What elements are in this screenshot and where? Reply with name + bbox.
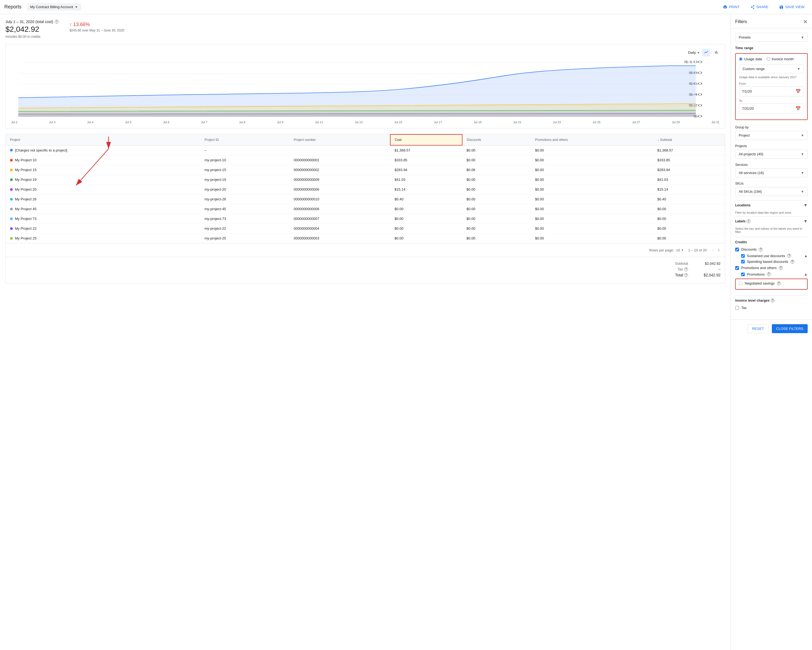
spending-based-help-icon[interactable]: ?	[791, 260, 794, 264]
cost-cell: $1,368.57	[390, 145, 462, 155]
table-row: My Project 20 my-project-20 000000000000…	[6, 185, 725, 194]
filters-body: Presets ▼ Time range Usage date I	[731, 29, 812, 320]
summary-help-icon[interactable]: ?	[55, 20, 59, 24]
sustained-use-help-icon[interactable]: ?	[787, 254, 791, 258]
locations-title: Locations	[735, 203, 751, 207]
line-chart-icon	[704, 50, 708, 55]
col-promotions[interactable]: Promotions and others	[531, 135, 653, 145]
projects-dropdown[interactable]: All projects (40) ▼	[735, 150, 807, 159]
col-project-id[interactable]: Project ID	[200, 135, 289, 145]
close-filters-button[interactable]: CLOSE FILTERS	[772, 324, 807, 333]
discounts-cell: $0.00	[462, 234, 531, 243]
cost-cell: $283.94	[390, 165, 462, 175]
chart-section: Daily ▼ $100 $80 $60 $40 $20	[5, 44, 725, 128]
tax-help-icon[interactable]: ?	[684, 268, 688, 271]
promotions-cell: $0.00	[531, 155, 653, 165]
table-row: My Project 15 my-project-15 000000000000…	[6, 165, 725, 175]
bar-chart-button[interactable]	[713, 49, 720, 57]
discounts-cell: $0.00	[462, 204, 531, 214]
chevron-down-icon: ▼	[801, 190, 804, 194]
range-dropdown[interactable]: Custom range ▼	[739, 64, 804, 73]
line-chart-button[interactable]	[702, 49, 710, 57]
summary-credits: includes $0.00 in credits	[5, 35, 59, 38]
summary-amount: $2,042.92	[5, 25, 59, 34]
project-number-cell: 0000000000003	[289, 234, 390, 243]
next-page-button[interactable]: ›	[717, 246, 720, 254]
usage-date-radio[interactable]	[739, 57, 743, 61]
labels-collapsible[interactable]: Labels ? ▼	[735, 216, 807, 226]
chevron-down-icon: ▼	[801, 134, 804, 138]
save-view-button[interactable]: SAVE VIEW	[776, 3, 807, 11]
rows-per-page-selector[interactable]: 10 ▼	[676, 248, 684, 252]
presets-section: Presets ▼	[735, 33, 807, 42]
promotions-cell: $0.00	[531, 224, 653, 234]
cost-cell: $15.14	[390, 185, 462, 194]
share-button[interactable]: SHARE	[747, 3, 772, 11]
col-subtotal[interactable]: ↓ Subtotal	[653, 135, 725, 145]
cost-cell: $0.00	[390, 234, 462, 243]
group-by-value: Project	[739, 133, 749, 138]
promotions-others-label: Promotions and others	[741, 266, 777, 270]
reset-button[interactable]: RESET	[747, 324, 768, 333]
subtotal-cell: $0.00	[653, 214, 725, 224]
skus-dropdown[interactable]: All SKUs (194) ▼	[735, 187, 807, 196]
to-input[interactable]: 7/31/20 📅	[739, 104, 804, 113]
projects-value: All projects (40)	[739, 152, 763, 156]
col-project[interactable]: Project	[6, 135, 200, 145]
presets-dropdown[interactable]: Presets ▼	[735, 33, 807, 42]
main-content: July 1 – 31, 2020 (total cost) ? $2,042.…	[0, 14, 731, 650]
summary-change-desc: $245.60 over May 31 – June 30, 2020	[69, 29, 124, 32]
group-by-dropdown[interactable]: Project ▼	[735, 131, 807, 140]
presets-label: Presets	[739, 35, 751, 39]
promotions-cell: $0.00	[531, 175, 653, 185]
invoice-month-radio[interactable]	[767, 57, 770, 61]
invoice-charges-help-icon[interactable]: ?	[771, 299, 775, 303]
project-number-cell: 0000000000001	[289, 155, 390, 165]
promotions-others-checkbox[interactable]	[735, 266, 739, 270]
promotions-others-help-icon[interactable]: ?	[779, 266, 783, 270]
chart-view-dropdown[interactable]: Daily ▼	[688, 50, 700, 55]
col-discounts[interactable]: Discounts	[462, 135, 531, 145]
discounts-checkbox[interactable]	[735, 248, 739, 251]
col-cost[interactable]: Cost	[390, 135, 462, 145]
sustained-use-checkbox[interactable]	[741, 254, 745, 258]
discounts-help-icon[interactable]: ?	[759, 248, 763, 251]
labels-help-icon[interactable]: ?	[746, 219, 750, 223]
account-selector[interactable]: My Contract Billing Account ▼	[27, 3, 81, 11]
negotiated-savings-checkbox[interactable]	[739, 281, 743, 285]
invoice-month-radio-label[interactable]: Invoice month	[767, 57, 794, 61]
discounts-sub: Sustained use discounts ? ▲ Spending bas…	[741, 254, 807, 264]
project-number-cell	[289, 145, 390, 155]
chart-x-labels: Jul 2Jul 3Jul 4Jul 5Jul 6Jul 7Jul 8Jul 9…	[10, 121, 720, 124]
promotions-label: Promotions	[747, 272, 765, 277]
chevron-down-icon: ▼	[803, 203, 807, 208]
range-hint: Usage data is available since January 20…	[739, 75, 804, 79]
total-help-icon[interactable]: ?	[684, 273, 688, 277]
subtotal-value: $2,042.92	[699, 262, 720, 266]
tax-value: –	[699, 267, 720, 271]
billing-table: Project Project ID Project number Cost D…	[6, 134, 725, 243]
promotions-help-icon[interactable]: ?	[767, 272, 771, 276]
print-button[interactable]: PRINT	[720, 3, 743, 11]
promotions-checkbox[interactable]	[741, 272, 745, 276]
prev-page-button[interactable]: ‹	[711, 246, 714, 254]
spending-based-checkbox[interactable]	[741, 260, 745, 263]
promotions-sub: Promotions ? ▲	[741, 272, 807, 277]
calendar-icon: 📅	[795, 89, 801, 94]
filters-close-button[interactable]: ✕	[803, 18, 807, 25]
col-project-number[interactable]: Project number	[289, 135, 390, 145]
services-dropdown[interactable]: All services (16) ▼	[735, 168, 807, 177]
account-label: My Contract Billing Account	[30, 5, 73, 9]
data-table-section: Project Project ID Project number Cost D…	[5, 134, 725, 283]
from-input[interactable]: 7/1/20 📅	[739, 86, 804, 96]
negotiated-savings-help-icon[interactable]: ?	[777, 281, 781, 285]
sustained-use-item: Sustained use discounts ? ▲	[741, 254, 807, 258]
project-id-cell: my-project-10	[200, 155, 289, 165]
usage-date-radio-label[interactable]: Usage date	[739, 57, 762, 61]
spending-based-item: Spending based discounts ?	[741, 260, 807, 264]
discounts-label: Discounts	[741, 247, 757, 251]
locations-collapsible[interactable]: Locations ▼	[735, 200, 807, 210]
promotions-cell: $0.00	[531, 194, 653, 204]
tax-checkbox[interactable]	[735, 306, 739, 310]
invoice-charges-section: Invoice level charges ? Tax	[735, 299, 807, 310]
